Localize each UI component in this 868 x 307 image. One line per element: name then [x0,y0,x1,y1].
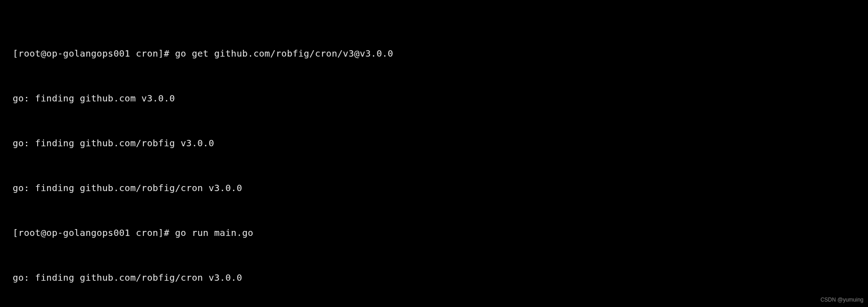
terminal-line: go: finding github.com/robfig/cron v3.0.… [13,181,855,196]
terminal-line: go: finding github.com/robfig v3.0.0 [13,136,855,151]
terminal-line: go: finding github.com v3.0.0 [13,91,855,106]
terminal-line: [root@op-golangops001 cron]# go run main… [13,225,855,240]
watermark-text: CSDN @yumuing [820,296,863,305]
terminal-output[interactable]: [root@op-golangops001 cron]# go get gith… [0,0,868,307]
terminal-line: go: finding github.com/robfig/cron v3.0.… [13,270,855,285]
terminal-line: [root@op-golangops001 cron]# go get gith… [13,46,855,61]
